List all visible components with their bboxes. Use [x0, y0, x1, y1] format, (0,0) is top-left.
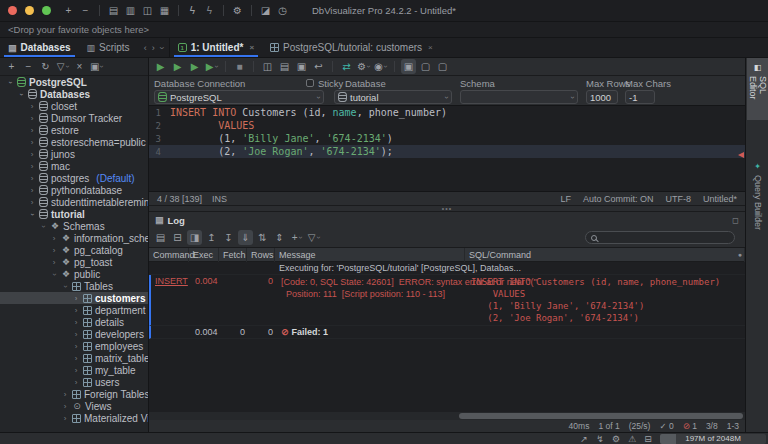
tail-icon[interactable]: ⇓: [238, 230, 253, 245]
sql-editor-area[interactable]: 1INSERT INTO Customers (id, name, phone_…: [149, 105, 745, 191]
tree-item-schemas[interactable]: ›❖Schemas: [0, 220, 148, 232]
tree-item-my-table[interactable]: ›my_table: [0, 364, 148, 376]
tab-scripts[interactable]: ▥ Scripts: [79, 38, 138, 57]
column-settings-icon[interactable]: ●: [738, 251, 742, 258]
expanded-arrow-icon[interactable]: ›: [28, 210, 37, 218]
collapsed-arrow-icon[interactable]: ›: [72, 330, 80, 339]
tree-item-matrix-table[interactable]: ›matrix_table: [0, 352, 148, 364]
tab-list-icon[interactable]: ›: [156, 46, 166, 49]
connect-icon[interactable]: ϟ: [202, 3, 217, 18]
resize-icon[interactable]: ↗: [578, 433, 590, 444]
run-button[interactable]: ▶: [153, 59, 168, 74]
collapsed-arrow-icon[interactable]: ›: [28, 174, 36, 183]
tree-item-postgresql[interactable]: ›PostgreSQL: [0, 76, 148, 88]
run-current-button[interactable]: ▶: [170, 59, 185, 74]
collapsed-arrow-icon[interactable]: ›: [61, 414, 69, 423]
add-filter-icon[interactable]: +›: [289, 230, 304, 245]
scroll-top-icon[interactable]: ↥: [204, 230, 219, 245]
tree-item-materialized-views[interactable]: ›Materialized Views: [0, 412, 148, 424]
collapsed-arrow-icon[interactable]: ›: [72, 318, 80, 327]
export-script-icon[interactable]: ▦: [157, 3, 172, 18]
tree-item-pg-toast[interactable]: ›❖pg_toast: [0, 256, 148, 268]
commit-button[interactable]: ▣: [294, 59, 309, 74]
tree-item-information-schema[interactable]: ›❖information_schema: [0, 232, 148, 244]
column-header-command[interactable]: Command: [149, 248, 189, 262]
expanded-arrow-icon[interactable]: ›: [61, 282, 70, 290]
collapsed-arrow-icon[interactable]: ›: [50, 234, 58, 243]
collapsed-arrow-icon[interactable]: ›: [28, 114, 36, 123]
search-input[interactable]: [601, 233, 729, 243]
max-chars-input[interactable]: -1: [625, 90, 655, 104]
collapsed-arrow-icon[interactable]: ›: [72, 342, 80, 351]
plug-icon[interactable]: ϟ: [185, 3, 200, 18]
tree-item-employees[interactable]: ›employees: [0, 340, 148, 352]
close-icon[interactable]: ×: [428, 43, 433, 52]
sticky-checkbox[interactable]: [306, 79, 314, 87]
tree-item-dumsor-tracker[interactable]: ›Dumsor Tracker: [0, 112, 148, 124]
tab-customers-table[interactable]: PostgreSQL/tutorial: customers ×: [262, 38, 441, 57]
add-icon[interactable]: +: [61, 3, 76, 18]
window-minimize-button[interactable]: [25, 6, 34, 15]
tree-item-views[interactable]: ›⊙Views: [0, 400, 148, 412]
memory-gauge[interactable]: 197M of 2048M: [660, 434, 766, 444]
save-icon[interactable]: ◫: [140, 3, 155, 18]
log-row-summary[interactable]: 0.00400⊘Failed: 1: [149, 326, 745, 339]
collapsed-arrow-icon[interactable]: ›: [50, 258, 58, 267]
compare-button[interactable]: ⇄: [339, 59, 354, 74]
tree-item-studenttimetablereminder[interactable]: ›studenttimetablereminder: [0, 196, 148, 208]
favorites-bar[interactable]: <Drop your favorite objects here>: [0, 22, 768, 38]
tree-item-pg-catalog[interactable]: ›❖pg_catalog: [0, 244, 148, 256]
tree-item-postgres[interactable]: ›postgres(Default): [0, 172, 148, 184]
run-script-button[interactable]: ▶: [187, 59, 202, 74]
rollback-button[interactable]: ↩: [311, 59, 326, 74]
scroll-bottom-icon[interactable]: ↧: [221, 230, 236, 245]
filter-icon[interactable]: ▽›: [55, 59, 70, 74]
pin-icon[interactable]: ◨: [187, 230, 202, 245]
collapsed-arrow-icon[interactable]: ›: [28, 198, 36, 207]
log-row-error[interactable]: INSERT0.0040[Code: 0, SQL State: 42601] …: [149, 275, 745, 326]
toggle-result-button[interactable]: ▢: [418, 59, 433, 74]
collapsed-arrow-icon[interactable]: ›: [72, 294, 80, 303]
column-header-rows[interactable]: Rows: [247, 248, 275, 262]
collapsed-arrow-icon[interactable]: ›: [28, 126, 36, 135]
tree-item-databases[interactable]: ›Databases: [0, 88, 148, 100]
tree-item-junos[interactable]: ›junos: [0, 148, 148, 160]
refresh-icon[interactable]: ↻: [38, 59, 53, 74]
collapsed-arrow-icon[interactable]: ›: [28, 138, 36, 147]
column-header-message[interactable]: Message: [275, 248, 465, 262]
stop-button[interactable]: ■: [232, 59, 247, 74]
run-menu-button[interactable]: ▶›: [204, 59, 219, 74]
history-clock-icon[interactable]: ◷: [275, 3, 290, 18]
open-folder-icon[interactable]: ▤: [106, 3, 121, 18]
expanded-arrow-icon[interactable]: ›: [17, 90, 26, 98]
tree-item-developers[interactable]: ›developers: [0, 328, 148, 340]
tree-item-estoreschema-public[interactable]: ›estoreschema=public: [0, 136, 148, 148]
tab-untitled-editor[interactable]: 1 1: Untitled* ×: [170, 38, 262, 57]
alerts-icon[interactable]: ⚠: [626, 433, 638, 444]
connection-select[interactable]: PostgreSQL ›: [154, 90, 324, 104]
collapsed-arrow-icon[interactable]: ›: [72, 378, 80, 387]
log-search-box[interactable]: [585, 231, 735, 244]
collapsed-arrow-icon[interactable]: ›: [72, 354, 80, 363]
error-stripe-marker[interactable]: [738, 152, 744, 158]
power-icon[interactable]: ↯: [594, 433, 606, 444]
tree-item-users[interactable]: ›users: [0, 376, 148, 388]
expanded-arrow-icon[interactable]: ›: [6, 78, 15, 86]
column-header-sql-command[interactable]: SQL/Command: [465, 248, 745, 262]
toggle-editor-button[interactable]: ▣: [401, 59, 416, 74]
log-doc-icon[interactable]: ▤: [153, 230, 168, 245]
export-button[interactable]: ◫: [260, 59, 275, 74]
tab-sql-editor[interactable]: ◧ SQL Editor: [747, 58, 768, 120]
tab-databases[interactable]: ▤ Databases: [0, 38, 79, 57]
tree-item-pythondatabase[interactable]: ›pythondatabase: [0, 184, 148, 196]
tree-item-customers[interactable]: ›customers: [0, 292, 148, 304]
import-icon[interactable]: ▥: [123, 3, 138, 18]
monitor-chart-icon[interactable]: ◪: [258, 3, 273, 18]
tree-item-foreign-tables[interactable]: ›Foreign Tables: [0, 388, 148, 400]
fit-icon[interactable]: ⇕: [272, 230, 287, 245]
collapsed-arrow-icon[interactable]: ›: [28, 150, 36, 159]
collapsed-arrow-icon[interactable]: ›: [50, 246, 58, 255]
nav-back-icon[interactable]: ‹: [144, 43, 147, 53]
expanded-arrow-icon[interactable]: ›: [39, 222, 48, 230]
window-close-button[interactable]: [8, 6, 17, 15]
